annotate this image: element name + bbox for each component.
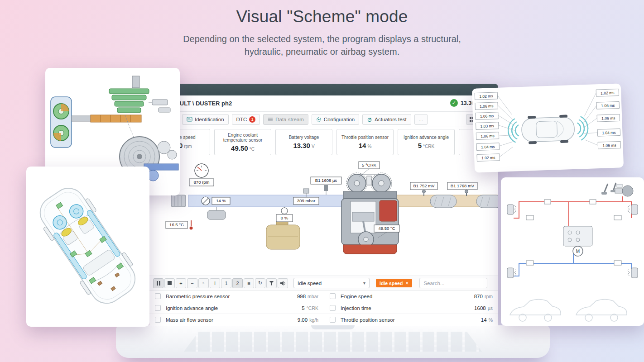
front-brake-circuit: [514, 196, 631, 226]
tab-configuration[interactable]: Configuration: [312, 114, 359, 125]
laptop-base: [116, 325, 550, 358]
table-cell[interactable]: Injection time 1608 µs: [324, 302, 498, 314]
airbag-scheme: [26, 167, 149, 327]
stop-button[interactable]: [164, 278, 175, 288]
sensor-unit: rpm: [184, 144, 192, 149]
spark-plug: [367, 176, 371, 185]
air-filter: [171, 195, 186, 207]
table-cell[interactable]: Engine speed 870 rpm: [324, 291, 498, 302]
svg-text:1.04 ms: 1.04 ms: [481, 144, 495, 149]
table-cell[interactable]: Ignition advance angle 5 °CRK: [149, 302, 324, 314]
piston: [352, 212, 374, 221]
view-2-button[interactable]: 2: [232, 278, 243, 288]
tab-bar: Identification DTC 1 Data stream Configu…: [149, 112, 498, 127]
sensor-value: 14%: [359, 142, 372, 149]
row-checkbox[interactable]: [155, 317, 161, 323]
pause-button[interactable]: [153, 278, 163, 288]
subtitle-line-1: Depending on the selected system, the pr…: [183, 34, 461, 44]
engine-block: [341, 173, 399, 254]
zoom-out-button[interactable]: −: [187, 278, 197, 288]
sensor-time-box: 1.06 ms: [476, 132, 499, 140]
fuel-injector: [324, 185, 328, 195]
sensor-title: Throttle position sensor: [341, 135, 389, 140]
svg-text:49.50 °C: 49.50 °C: [378, 226, 395, 231]
sensor-card-ignition-advance[interactable]: Ignition advance angle 5°CRK: [398, 129, 455, 155]
sensor-card-coolant-temp[interactable]: Engine coolant temperature sensor 49.50°…: [214, 129, 271, 155]
zoom-in-button[interactable]: +: [176, 278, 186, 288]
table-cell[interactable]: Barometric pressure sensor 998 mbar: [149, 291, 324, 302]
engine-scheme-svg: 870 rpm 14 % 309 mbar 0 % 16.5 °C B1 160…: [149, 157, 498, 276]
tab-dtc[interactable]: DTC 1: [232, 114, 260, 125]
param-label: Engine speed: [341, 294, 474, 299]
param-unit: mbar: [308, 294, 318, 299]
table-cell[interactable]: Throttle position sensor 14 %: [324, 314, 498, 325]
marker-button[interactable]: Ι: [210, 278, 220, 288]
actuator-icon: [367, 117, 372, 122]
view-1-button[interactable]: 1: [221, 278, 231, 288]
search-input[interactable]: [419, 278, 487, 288]
page-title: Visual "Scheme" mode: [0, 7, 644, 26]
param-unit: rpm: [485, 294, 493, 299]
svg-text:1.06 ms: 1.06 ms: [602, 143, 616, 148]
svg-text:1.06 ms: 1.06 ms: [601, 116, 615, 121]
svg-text:16.5 °C: 16.5 °C: [169, 222, 184, 227]
tab-identification[interactable]: Identification: [182, 114, 229, 125]
stream-toolbar: + − ≈ Ι 1 2 ≡ ↻ Idle speed ▾ Idle speed: [149, 276, 498, 291]
smoothing-button[interactable]: ≈: [198, 278, 209, 288]
row-checkbox[interactable]: [330, 317, 336, 323]
svg-text:B1 752 mV: B1 752 mV: [413, 183, 435, 188]
list-button[interactable]: ≡: [244, 278, 254, 288]
vapor-canister: [207, 207, 226, 219]
sensor-card-row: Engine speed 870rpm Engine coolant tempe…: [149, 127, 498, 157]
spline-shaft: [132, 76, 139, 88]
group-dropdown-value: Idle speed: [298, 281, 322, 286]
row-checkbox[interactable]: [330, 293, 336, 299]
value-box-o2-downstream: B1 1768 mV: [447, 182, 477, 190]
sensor-value: 49.50°C: [231, 144, 255, 152]
tag-close-icon[interactable]: ×: [405, 280, 409, 286]
subtitle-line-2: hydraulic, pneumatic or airbag system.: [245, 47, 399, 57]
row-checkbox[interactable]: [155, 293, 161, 299]
value-box-intake-temp: 16.5 °C: [166, 221, 187, 229]
refresh-button[interactable]: ↻: [255, 278, 265, 288]
sensor-card-battery-voltage[interactable]: Battery voltage 13.30V: [275, 129, 332, 155]
brake-pedal-assembly: [601, 183, 633, 196]
sensor-time-box: 1.06 ms: [476, 112, 498, 120]
sound-button[interactable]: [278, 278, 288, 288]
svg-text:1.06 ms: 1.06 ms: [601, 103, 615, 108]
svg-text:1.06 ms: 1.06 ms: [480, 114, 494, 119]
laptop-keyboard: [184, 332, 482, 352]
param-label: Barometric pressure sensor: [166, 294, 297, 299]
value-box-engine-speed: 870 rpm: [189, 179, 214, 186]
table-cell[interactable]: Mass air flow sensor 9.00 kg/h: [149, 314, 324, 325]
param-unit: %: [489, 317, 493, 323]
table-row: Ignition advance angle 5 °CRK Injection …: [149, 302, 498, 314]
param-value: 1608: [474, 305, 486, 311]
filter-button[interactable]: [266, 278, 277, 288]
speaker-icon: [280, 281, 286, 286]
app-screen: RENAULT \ DUSTER ph2 ✓ 13.30 V Identific…: [149, 84, 498, 326]
tab-data-stream[interactable]: Data stream: [263, 114, 308, 125]
tab-label: Configuration: [324, 117, 355, 122]
filter-tag[interactable]: Idle speed ×: [376, 279, 412, 287]
sensor-value: 5°CRK: [418, 142, 434, 149]
param-unit: µs: [488, 305, 493, 311]
group-dropdown[interactable]: Idle speed ▾: [293, 278, 370, 288]
sensor-title: Ignition advance angle: [404, 135, 449, 140]
row-checkbox[interactable]: [330, 305, 336, 311]
value-box-injection-time: B1 1608 µs: [311, 177, 341, 184]
row-checkbox[interactable]: [155, 305, 161, 311]
motor-label: M: [576, 249, 580, 254]
svg-text:309 mbar: 309 mbar: [297, 198, 315, 203]
airbag-scheme-card: [26, 167, 149, 327]
tab-label: ...: [419, 117, 423, 122]
tab-more[interactable]: ...: [414, 114, 428, 125]
sensor-time-box: 1.06 ms: [598, 141, 620, 149]
sensor-time-box: 1.06 ms: [597, 114, 620, 122]
hydraulic-scheme: M: [501, 177, 644, 326]
hero: Visual "Scheme" mode Depending on the se…: [0, 7, 644, 58]
filter-icon: [269, 281, 274, 286]
tab-actuators-test[interactable]: Actuators test: [362, 114, 411, 125]
car-top-view: [521, 114, 575, 144]
sensor-card-throttle-position[interactable]: Throttle position sensor 14%: [336, 129, 394, 155]
